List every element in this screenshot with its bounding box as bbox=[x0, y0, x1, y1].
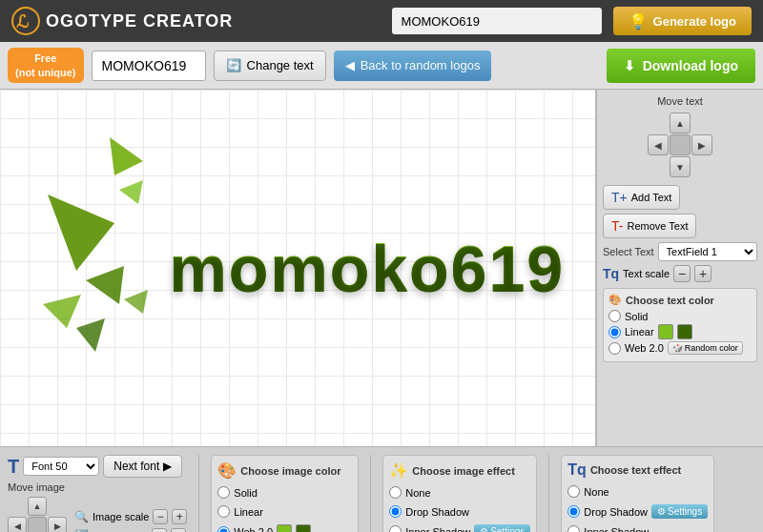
img-effect-innershadow-radio[interactable] bbox=[389, 525, 402, 532]
image-scale-row: 🔍 Image scale − + bbox=[74, 509, 187, 524]
solid-radio[interactable] bbox=[608, 310, 621, 322]
text-effect-icon: Tq bbox=[567, 461, 587, 479]
img-move-up-btn[interactable]: ▲ bbox=[28, 497, 47, 516]
logo-text-input[interactable] bbox=[92, 51, 206, 81]
move-arrows-container: ▲ ◀ ▶ ▼ bbox=[603, 113, 757, 177]
scale-increase-btn[interactable]: + bbox=[694, 265, 711, 282]
move-right-btn[interactable]: ▶ bbox=[691, 134, 712, 155]
add-text-label: Add Text bbox=[631, 192, 672, 203]
move-text-label: Move text bbox=[603, 95, 757, 107]
font-section: T Font 50 Next font ▶ Move image ▲ ◀ ▶ ▼ bbox=[8, 455, 187, 532]
svg-text:ℒ: ℒ bbox=[16, 12, 30, 31]
text-effect-innershadow-radio[interactable] bbox=[567, 525, 580, 532]
settings-icon: ⚙ bbox=[480, 526, 488, 532]
color-wheel-icon: 🎨 bbox=[608, 294, 622, 306]
image-effect-title: Choose image effect bbox=[412, 465, 515, 477]
img-effect-dropshadow-label: Drop Shadow bbox=[405, 506, 469, 518]
remove-text-btn[interactable]: T- Remove Text bbox=[603, 214, 696, 238]
move-left-btn[interactable]: ◀ bbox=[648, 134, 669, 155]
brand-logo: ℒ OGOTYPE CREATOR bbox=[11, 7, 381, 35]
text-scale-icon: Tq bbox=[603, 266, 619, 281]
svg-marker-8 bbox=[124, 290, 148, 314]
img-effect-settings-btn[interactable]: ⚙ Settings bbox=[474, 524, 530, 532]
free-badge: Free (not unique) bbox=[8, 48, 84, 83]
image-color-header: 🎨 Choose image color bbox=[217, 461, 352, 480]
next-font-label: Next font bbox=[113, 460, 159, 473]
img-scale-icon: 🔍 bbox=[74, 510, 89, 523]
text-scale-row: Tq Text scale − + bbox=[603, 265, 757, 282]
add-text-btn[interactable]: T+ Add Text bbox=[603, 185, 680, 210]
move-arrows: ▲ ◀ ▶ ▼ bbox=[648, 113, 712, 177]
color-section-title: 🎨 Choose text color bbox=[608, 294, 752, 306]
text-effect-title: Choose text effect bbox=[590, 464, 681, 476]
text-scale-label: Text scale bbox=[623, 268, 670, 279]
web2-radio[interactable] bbox=[608, 342, 621, 355]
top-search-input[interactable] bbox=[392, 8, 602, 34]
img-swatch-dark[interactable] bbox=[296, 524, 311, 532]
img-move-left-btn[interactable]: ◀ bbox=[8, 517, 27, 532]
img-rotate-decrease-btn[interactable]: − bbox=[152, 528, 167, 532]
random-color-btn[interactable]: 🎲 Random color bbox=[668, 341, 743, 355]
img-move-right-btn[interactable]: ▶ bbox=[48, 517, 67, 532]
img-linear-radio[interactable] bbox=[217, 505, 230, 518]
download-label: Download logo bbox=[643, 58, 738, 73]
color-swatch-dark[interactable] bbox=[677, 324, 692, 339]
brand-name: OGOTYPE CREATOR bbox=[46, 11, 233, 31]
generate-btn[interactable]: 💡 Generate logo bbox=[613, 7, 752, 35]
img-web2-radio[interactable] bbox=[217, 526, 230, 533]
image-scale-label: Image scale bbox=[93, 511, 149, 522]
move-image-label: Move image bbox=[8, 481, 187, 493]
linear-radio[interactable] bbox=[608, 326, 621, 338]
text-effect-dropshadow-radio[interactable] bbox=[567, 505, 580, 518]
select-text-label: Select Text bbox=[603, 246, 654, 257]
text-effect-section: Tq Choose text effect None Drop Shadow ⚙… bbox=[561, 455, 714, 532]
solid-row: Solid bbox=[608, 310, 752, 322]
img-rotate-increase-btn[interactable]: + bbox=[171, 528, 186, 532]
img-scale-increase-btn[interactable]: + bbox=[172, 509, 187, 524]
change-text-btn[interactable]: 🔄 Change text bbox=[214, 51, 326, 81]
font-select[interactable]: Font 50 bbox=[23, 457, 99, 476]
scale-decrease-btn[interactable]: − bbox=[673, 265, 691, 282]
image-color-title: Choose image color bbox=[240, 465, 340, 477]
download-btn[interactable]: ⬇ Download logo bbox=[607, 49, 755, 83]
add-text-icon: T+ bbox=[611, 190, 628, 205]
img-effect-dropshadow-radio[interactable] bbox=[389, 505, 402, 518]
image-effect-section: ✨ Choose image effect None Drop Shadow I… bbox=[382, 455, 537, 532]
img-scale-decrease-btn[interactable]: − bbox=[153, 509, 168, 524]
image-effect-icon: ✨ bbox=[389, 461, 408, 480]
svg-marker-4 bbox=[119, 180, 143, 204]
linear-row: Linear bbox=[608, 324, 752, 339]
text-effect-settings-btn[interactable]: ⚙ Settings bbox=[651, 504, 708, 519]
back-icon: ◀ bbox=[345, 58, 355, 72]
text-effect-none-radio[interactable] bbox=[567, 485, 580, 498]
text-effect-innershadow-label: Inner Shadow bbox=[584, 526, 649, 533]
move-up-btn[interactable]: ▲ bbox=[670, 113, 691, 133]
decorative-shapes bbox=[29, 118, 162, 385]
color-swatch-light[interactable] bbox=[658, 324, 673, 339]
next-font-btn[interactable]: Next font ▶ bbox=[103, 455, 182, 478]
move-down-btn[interactable]: ▼ bbox=[670, 156, 691, 177]
img-swatch-light[interactable] bbox=[277, 524, 292, 532]
svg-marker-6 bbox=[43, 295, 81, 328]
move-center bbox=[670, 134, 691, 155]
text-effect-innershadow-row: Inner Shadow bbox=[567, 525, 708, 532]
img-rotation-row: 🔄 Img rotation − + bbox=[74, 528, 187, 532]
back-btn[interactable]: ◀ Back to random logos bbox=[334, 51, 492, 81]
web2-row: Web 2.0 🎲 Random color bbox=[608, 341, 752, 355]
img-web2-row: Web 2.0 bbox=[217, 524, 352, 532]
text-effect-dropshadow-label: Drop Shadow bbox=[584, 506, 648, 518]
dice-icon: 🎲 bbox=[672, 343, 683, 353]
back-label: Back to random logos bbox=[361, 58, 481, 72]
svg-marker-2 bbox=[110, 137, 143, 175]
refresh-icon: 🔄 bbox=[226, 58, 241, 72]
img-linear-label: Linear bbox=[234, 506, 263, 518]
remove-text-row: T- Remove Text bbox=[603, 214, 757, 238]
image-scale-rotation: 🔍 Image scale − + 🔄 Img rotation − + bbox=[74, 509, 187, 532]
textfield-select[interactable]: TextField 1 bbox=[658, 242, 757, 261]
img-solid-radio[interactable] bbox=[217, 486, 230, 499]
add-text-row: T+ Add Text bbox=[603, 185, 757, 210]
text-effect-none-label: None bbox=[584, 486, 608, 498]
divider-1 bbox=[198, 455, 199, 532]
img-effect-none-radio[interactable] bbox=[389, 486, 402, 499]
text-effect-dropshadow-row: Drop Shadow ⚙ Settings bbox=[567, 504, 708, 519]
